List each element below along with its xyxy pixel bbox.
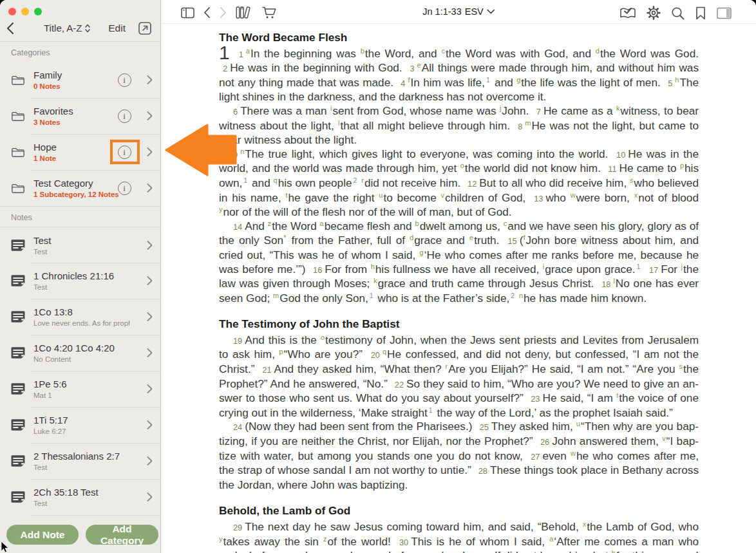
scripture-paragraph: 24(Now they had been sent from the Phari… bbox=[219, 420, 699, 492]
verse-number: 28 bbox=[478, 466, 487, 476]
note-title: 1Co 13:8 bbox=[33, 306, 130, 317]
category-row[interactable]: Family0 Notesi bbox=[0, 62, 160, 98]
sort-control[interactable]: Title, A-Z bbox=[44, 23, 91, 33]
crossref-letter: l bbox=[338, 119, 339, 127]
back-chevron-icon bbox=[203, 6, 211, 19]
sidebar-toggle-button[interactable] bbox=[181, 7, 194, 19]
note-icon bbox=[11, 274, 25, 287]
chevron-right-icon bbox=[147, 75, 153, 85]
verse-number: 24 bbox=[233, 422, 242, 432]
crossref-letter: r bbox=[361, 176, 364, 184]
chevron-right-icon bbox=[147, 111, 153, 121]
crossref-letter: b bbox=[361, 47, 364, 55]
passage-selector[interactable]: Jn 1:1-33 ESV bbox=[422, 6, 495, 17]
close-window-button[interactable] bbox=[8, 8, 16, 15]
chevron-right-icon bbox=[147, 492, 153, 502]
category-row[interactable]: Hope1 Notei bbox=[0, 134, 160, 170]
verse-number: 18 bbox=[601, 279, 610, 289]
chevron-container bbox=[147, 492, 153, 502]
settings-button[interactable] bbox=[647, 6, 661, 20]
note-row[interactable]: 1Co 4:20 1Co 4:20No Content bbox=[0, 335, 160, 371]
crossref-letter: m bbox=[273, 292, 279, 299]
note-row[interactable]: 1Pe 5:6Mat 1 bbox=[0, 371, 160, 407]
window-controls bbox=[0, 0, 160, 15]
note-row[interactable]: TestTest bbox=[0, 227, 160, 263]
zoom-window-button[interactable] bbox=[34, 8, 42, 15]
add-note-button[interactable]: Add Note bbox=[6, 525, 79, 545]
crossref-letter: c bbox=[504, 220, 507, 227]
crossref-letter: b bbox=[415, 220, 419, 227]
verse-number: 20 bbox=[371, 350, 380, 360]
category-row[interactable]: Favorites3 Notesi bbox=[0, 98, 160, 134]
crossref-letter: g bbox=[420, 248, 424, 256]
popout-button[interactable] bbox=[138, 21, 152, 35]
bookmark-button[interactable] bbox=[695, 6, 706, 20]
library-icon bbox=[236, 6, 252, 19]
crossref-letter: v bbox=[662, 435, 666, 442]
chevron-container bbox=[147, 111, 153, 121]
folder-icon bbox=[11, 75, 25, 86]
scripture-paragraph: 11aIn the beginning was bthe Word, and c… bbox=[219, 47, 699, 104]
category-subtitle: 1 Note bbox=[33, 155, 57, 162]
crossref-letter: d bbox=[410, 234, 413, 241]
crossref-letter: z bbox=[268, 220, 272, 227]
crossref-letter: h bbox=[675, 76, 679, 84]
crossref-letter: h bbox=[371, 263, 375, 270]
chevron-right-icon bbox=[147, 276, 153, 286]
category-subtitle: 3 Notes bbox=[33, 118, 73, 126]
footnote-marker: 2 bbox=[354, 176, 357, 184]
note-row[interactable]: 2Ch 35:18 TestTest bbox=[0, 479, 160, 515]
note-icon bbox=[11, 239, 25, 252]
verse-number: 16 bbox=[313, 265, 322, 275]
crossref-letter: w bbox=[571, 449, 576, 457]
note-row[interactable]: 1Co 13:8Love never ends. As for propheci… bbox=[0, 299, 160, 335]
note-row[interactable]: 2 Thessalonians 2:7Test bbox=[0, 443, 160, 479]
add-category-button[interactable]: Add Category bbox=[86, 525, 158, 545]
scripture-heading: The Testimony of John the Baptist bbox=[219, 317, 699, 332]
chevron-container bbox=[147, 456, 153, 466]
chevron-container bbox=[147, 384, 153, 394]
crossref-letter: n bbox=[519, 292, 523, 299]
edit-button[interactable]: Edit bbox=[108, 23, 126, 34]
footnote-marker: 1 bbox=[429, 406, 433, 414]
reading-pane: Jn 1:1-33 ESV bbox=[162, 0, 756, 553]
info-button[interactable]: i bbox=[117, 180, 132, 196]
verse-number: 14 bbox=[233, 222, 242, 232]
back-button[interactable] bbox=[6, 22, 14, 35]
crossref-letter: a bbox=[246, 47, 250, 55]
category-subtitle: 1 Subcategory, 12 Notes bbox=[33, 191, 119, 198]
folder-icon bbox=[11, 111, 25, 122]
search-button[interactable] bbox=[671, 6, 685, 20]
note-title: Test bbox=[33, 235, 52, 246]
verse-number: 8 bbox=[518, 122, 522, 131]
chapter-number: 1 bbox=[219, 42, 230, 63]
info-button[interactable]: i bbox=[117, 72, 132, 88]
info-button-highlighted[interactable]: i bbox=[117, 144, 132, 160]
crossref-letter: a bbox=[320, 220, 324, 227]
note-icon bbox=[11, 346, 25, 359]
crossref-letter: k bbox=[616, 104, 620, 112]
sidebar-toggle-icon bbox=[181, 7, 194, 19]
note-icon bbox=[11, 491, 25, 503]
category-subtitle: 0 Notes bbox=[33, 82, 62, 90]
sort-direction-icon bbox=[84, 23, 91, 33]
footnote-marker: 2 bbox=[511, 292, 515, 299]
verse-number: 21 bbox=[262, 365, 271, 375]
info-button[interactable]: i bbox=[117, 108, 132, 124]
history-forward-button[interactable] bbox=[220, 6, 227, 19]
store-button[interactable] bbox=[261, 6, 278, 19]
note-subtitle: No Content bbox=[33, 355, 115, 363]
crossref-letter: q bbox=[274, 176, 278, 184]
history-back-button[interactable] bbox=[203, 6, 211, 19]
scripture-view[interactable]: The Word Became Flesh11aIn the beginning… bbox=[219, 23, 699, 553]
verse-number: 7 bbox=[536, 107, 541, 117]
note-row[interactable]: 1Ti 5:17Luke 6:27 bbox=[0, 407, 160, 443]
split-view-button[interactable] bbox=[717, 7, 732, 19]
crossref-letter: u bbox=[379, 191, 383, 199]
reading-plan-button[interactable] bbox=[619, 6, 636, 19]
category-row[interactable]: Test Category1 Subcategory, 12 Notesi bbox=[0, 170, 160, 206]
crossref-letter: l bbox=[613, 277, 614, 285]
note-row[interactable]: 1 Chronicles 21:16Test bbox=[0, 263, 160, 299]
minimize-window-button[interactable] bbox=[21, 8, 29, 15]
library-button[interactable] bbox=[236, 6, 252, 19]
